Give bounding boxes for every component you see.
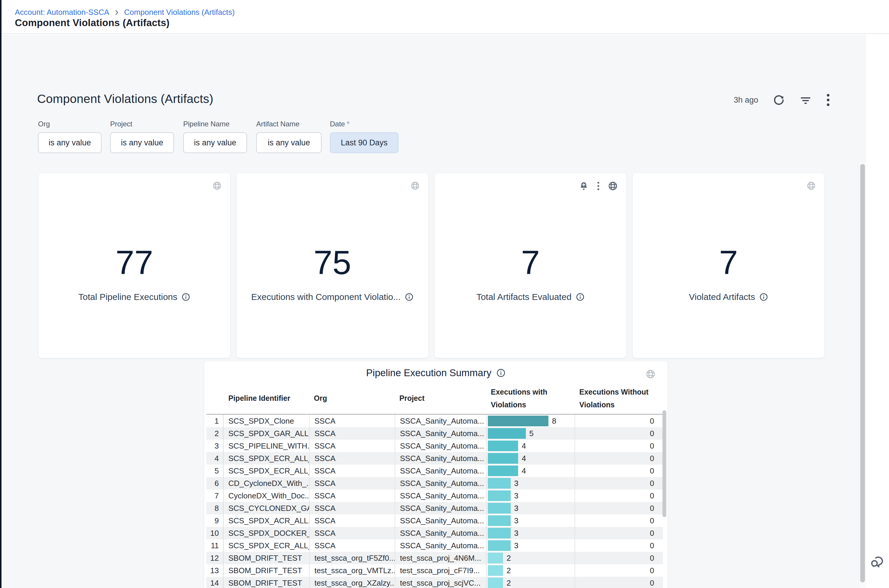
breadcrumb-page-link[interactable]: Component Violations (Artifacts) [124,8,235,17]
stat-label: Total Pipeline Executions [78,292,177,302]
dashboard-utilities: 3h ago [734,93,830,107]
last-refresh-timestamp: 3h ago [734,96,758,105]
cell-project: SSCA_Sanity_Automa... [395,477,486,489]
table-title: Pipeline Execution Summary [366,367,492,378]
cell-org: SSCA [309,477,395,489]
table-row[interactable]: 14SBOM_DRIFT_TESTtest_ssca_org_XZalzy...… [206,577,663,588]
violations-bar [488,465,518,476]
stat-value: 7 [521,246,540,279]
cell-project: SSCA_Sanity_Automa... [395,465,486,477]
info-icon[interactable] [405,292,414,302]
cell-pipeline-identifier: SBOM_DRIFT_TEST [224,577,309,588]
violations-bar-value: 2 [507,579,511,588]
table-row[interactable]: 10SCS_SPDX_DOCKER_...SSCASSCA_Sanity_Aut… [206,527,663,539]
info-icon[interactable] [576,292,585,302]
cell-pipeline-identifier: SCS_SPDX_DOCKER_... [224,527,309,539]
row-number: 7 [206,489,224,502]
violations-bar [488,428,526,439]
filter-date: Date* Last 90 Days [330,120,399,153]
dashboard-scrollbar-thumb[interactable] [860,164,865,582]
row-number: 3 [206,440,224,452]
table-row[interactable]: 12SBOM_DRIFT_TESTtest_ssca_org_tF5Zf0...… [206,552,663,564]
table-row[interactable]: 3SCS_PIPELINE_WITH...SSCASSCA_Sanity_Aut… [206,440,663,452]
cell-project: SSCA_Sanity_Automa... [395,502,486,514]
table-row[interactable]: 11SCS_SPDX_ECR_ALL_...SSCASSCA_Sanity_Au… [206,539,663,552]
table-row[interactable]: 9SCS_SPDX_ACR_ALL...SSCASSCA_Sanity_Auto… [206,514,663,527]
filter-org: Org is any value [38,120,102,153]
cell-executions-with-violations: 4 [486,440,575,452]
stat-value: 77 [116,246,153,279]
cell-executions-with-violations: 2 [486,577,575,588]
cell-project: SSCA_Sanity_Automa... [395,489,486,502]
table-row[interactable]: 2SCS_SPDX_GAR_ALL...SSCASSCA_Sanity_Auto… [206,427,663,440]
cell-executions-without-violations: 0 [575,502,663,514]
violations-bar [488,565,503,576]
col-header-pipeline-identifier[interactable]: Pipeline Identifier [224,389,309,408]
table-row[interactable]: 6CD_CycloneDX_With_...SSCASSCA_Sanity_Au… [206,477,663,489]
refresh-icon[interactable] [773,94,785,106]
row-number: 6 [206,477,224,489]
chat-support-icon[interactable] [868,552,886,570]
filter-icon[interactable] [799,94,812,106]
info-icon[interactable] [181,292,190,302]
violations-bar-value: 4 [522,466,526,476]
cell-executions-without-violations: 0 [575,489,663,502]
row-number: 13 [206,564,224,577]
violations-bar [488,490,511,501]
filter-project: Project is any value [110,120,174,153]
violations-bar-value: 8 [552,417,556,426]
filter-date-value-button[interactable]: Last 90 Days [330,132,399,153]
table-row[interactable]: 13SBOM_DRIFT_TESTtest_ssca_org_VMTLz...t… [206,564,663,577]
violations-bar-value: 3 [514,529,519,538]
cell-org: SSCA [309,539,395,552]
row-number: 2 [206,427,224,440]
info-icon[interactable] [759,292,768,302]
cell-executions-without-violations: 0 [575,440,663,452]
col-header-project[interactable]: Project [395,389,486,408]
info-icon[interactable] [496,368,505,378]
cell-executions-without-violations: 0 [575,527,663,539]
row-number: 5 [206,465,224,477]
violations-bar [488,540,511,551]
violations-bar-value: 4 [522,454,526,463]
summary-table-body: 1SCS_SPDX_CloneSSCASSCA_Sanity_Automa...… [206,415,663,588]
cell-org: SSCA [309,465,395,477]
violations-bar-value: 4 [522,441,526,451]
cell-executions-without-violations: 0 [575,415,663,427]
filter-project-value-button[interactable]: is any value [110,132,174,153]
violations-bar-value: 3 [514,479,519,488]
col-header-executions-with-violations[interactable]: Executions with Violations [486,383,575,414]
table-row[interactable]: 8SCS_CYCLONEDX_GA...SSCASSCA_Sanity_Auto… [206,502,663,514]
row-number: 11 [206,539,224,552]
violations-bar [488,578,503,588]
cell-project: test_ssca_proj_cF7I9... [395,564,486,577]
cell-project: SSCA_Sanity_Automa... [395,539,486,552]
kebab-menu-icon[interactable] [826,93,830,107]
cell-org: SSCA [309,440,395,452]
filter-artifact-name-value-button[interactable]: is any value [256,132,322,153]
table-row[interactable]: 7CycloneDX_With_Doc...SSCASSCA_Sanity_Au… [206,489,663,502]
cell-pipeline-identifier: SCS_SPDX_ECR_ALL_... [224,452,309,465]
cell-pipeline-identifier: SCS_SPDX_Clone [224,415,309,427]
cell-executions-without-violations: 0 [575,514,663,527]
filter-pipeline-name-value-button[interactable]: is any value [183,132,247,153]
col-header-org[interactable]: Org [309,389,395,408]
cell-project: SSCA_Sanity_Automa... [395,514,486,527]
table-row[interactable]: 5SCS_SPDX_ECR_ALL_...SSCASSCA_Sanity_Aut… [206,465,663,477]
table-scrollbar-thumb[interactable] [662,410,666,517]
col-header-executions-without-violations[interactable]: Executions Without Violations [575,383,663,414]
globe-icon [645,369,656,379]
filter-org-value-button[interactable]: is any value [38,132,102,153]
cell-org: SSCA [309,502,395,514]
violations-bar-value: 3 [514,516,519,525]
cell-executions-with-violations: 4 [486,452,575,465]
table-row[interactable]: 1SCS_SPDX_CloneSSCASSCA_Sanity_Automa...… [206,415,663,427]
screen: Account: Automation-SSCA Component Viola… [0,0,889,588]
cell-executions-without-violations: 0 [575,552,663,564]
summary-table: Pipeline Identifier Org Project Executio… [206,383,663,588]
breadcrumb-account-link[interactable]: Account: Automation-SSCA [15,8,109,17]
cell-executions-with-violations: 3 [486,539,575,552]
table-row[interactable]: 4SCS_SPDX_ECR_ALL_...SSCASSCA_Sanity_Aut… [206,452,663,465]
cell-pipeline-identifier: SCS_SPDX_ECR_ALL_... [224,539,309,552]
cell-executions-with-violations: 3 [486,514,575,527]
